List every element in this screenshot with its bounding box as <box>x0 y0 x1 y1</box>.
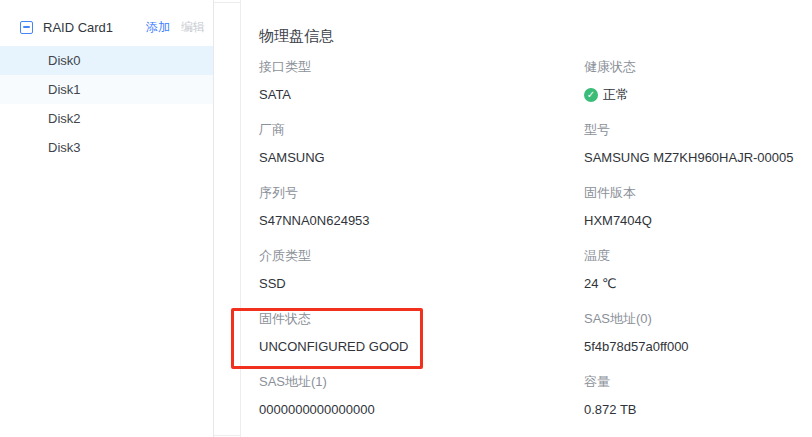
field-health-status: 健康状态 ✓ 正常 <box>584 58 812 104</box>
field-value: 5f4b78d57a0ff000 <box>584 338 812 356</box>
field-value: S47NNA0N624953 <box>259 212 584 230</box>
field-label: 序列号 <box>259 184 584 202</box>
raid-card-actions: 添加 编辑 <box>146 19 205 36</box>
field-value: HXM7404Q <box>584 212 812 230</box>
sidebar-item-disk1[interactable]: Disk1 <box>0 75 213 104</box>
field-value: 0.872 TB <box>584 401 812 419</box>
minus-bar <box>23 26 30 28</box>
edit-link[interactable]: 编辑 <box>181 19 205 36</box>
field-sas-address-1: SAS地址(1) 0000000000000000 <box>259 373 584 419</box>
sidebar-item-disk3[interactable]: Disk3 <box>0 133 213 162</box>
field-value: SATA <box>259 86 584 104</box>
field-value: SSD <box>259 275 584 293</box>
raid-card-node[interactable]: RAID Card1 添加 编辑 <box>0 12 213 42</box>
field-label: 固件状态 <box>259 310 584 328</box>
check-circle-icon: ✓ <box>584 88 598 102</box>
field-value: SAMSUNG <box>259 149 584 167</box>
field-model: 型号 SAMSUNG MZ7KH960HAJR-00005 <box>584 121 812 167</box>
field-capacity: 容量 0.872 TB <box>584 373 812 419</box>
field-vendor: 厂商 SAMSUNG <box>259 121 584 167</box>
field-label: 温度 <box>584 247 812 265</box>
field-serial-number: 序列号 S47NNA0N624953 <box>259 184 584 230</box>
field-temperature: 温度 24 ℃ <box>584 247 812 293</box>
field-firmware-version: 固件版本 HXM7404Q <box>584 184 812 230</box>
field-value: SAMSUNG MZ7KH960HAJR-00005 <box>584 149 812 167</box>
field-label: SAS地址(0) <box>584 310 812 328</box>
field-value: 24 ℃ <box>584 275 812 293</box>
field-value: UNCONFIGURED GOOD <box>259 338 584 356</box>
field-media-type: 介质类型 SSD <box>259 247 584 293</box>
field-label: 型号 <box>584 121 812 139</box>
add-link[interactable]: 添加 <box>146 19 170 36</box>
field-label: 容量 <box>584 373 812 391</box>
field-value: ✓ 正常 <box>584 86 812 104</box>
field-firmware-state: 固件状态 UNCONFIGURED GOOD <box>259 310 584 356</box>
field-label: 介质类型 <box>259 247 584 265</box>
field-sas-address-0: SAS地址(0) 5f4b78d57a0ff000 <box>584 310 812 356</box>
raid-tree-sidebar: RAID Card1 添加 编辑 Disk0 Disk1 Disk2 Disk3 <box>0 0 214 437</box>
collapse-minus-icon[interactable] <box>20 21 33 34</box>
field-label: 固件版本 <box>584 184 812 202</box>
physical-disk-info-panel: 物理盘信息 接口类型 SATA 健康状态 ✓ 正常 厂商 SAMSUNG 型号 … <box>240 0 812 437</box>
field-label: 健康状态 <box>584 58 812 76</box>
field-label: 接口类型 <box>259 58 584 76</box>
sidebar-item-disk2[interactable]: Disk2 <box>0 104 213 133</box>
raid-card-label: RAID Card1 <box>43 20 146 35</box>
field-grid: 接口类型 SATA 健康状态 ✓ 正常 厂商 SAMSUNG 型号 SAMSUN… <box>259 58 812 419</box>
health-status-text: 正常 <box>603 86 629 104</box>
page-title: 物理盘信息 <box>259 27 812 44</box>
field-label: 厂商 <box>259 121 584 139</box>
field-value: 0000000000000000 <box>259 401 584 419</box>
disk-list: Disk0 Disk1 Disk2 Disk3 <box>0 46 213 162</box>
sidebar-item-disk0[interactable]: Disk0 <box>0 46 213 75</box>
field-label: SAS地址(1) <box>259 373 584 391</box>
field-interface-type: 接口类型 SATA <box>259 58 584 104</box>
